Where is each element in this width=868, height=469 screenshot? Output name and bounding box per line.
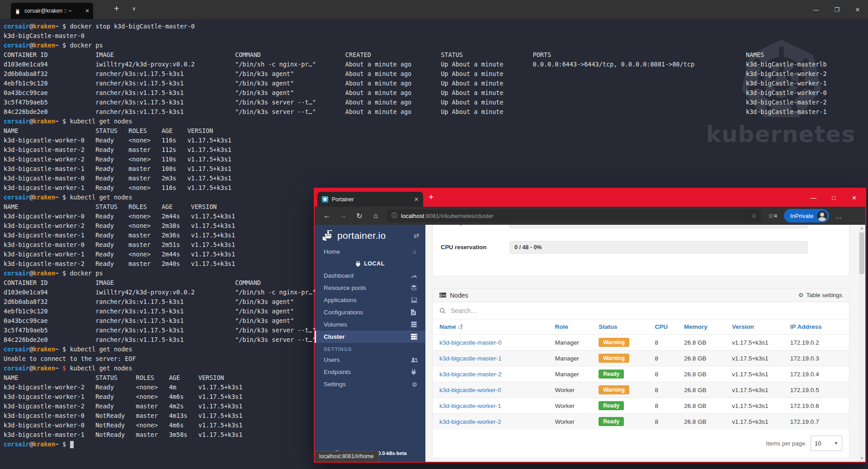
terminal-line: k3d-bigcastle-worker-1 Ready <none> 4m6s…	[4, 392, 827, 402]
terminal-line: d103e0e1ca94 iwilltry42/k3d-proxy:v0.0.2…	[4, 288, 827, 297]
terminal-line: k3d-bigcastle-worker-2 Ready <none> 110s…	[4, 155, 827, 164]
terminal-line: 84c226bde2e0 rancher/k3s:v1.17.5-k3s1 "/…	[4, 335, 827, 345]
terminal-line: CONTAINER ID IMAGE COMMAND	[4, 278, 827, 288]
terminal-line: k3d-bigcastle-worker-0 Ready <none> 2m44…	[4, 212, 827, 221]
terminal-new-tab-button[interactable]: +	[114, 4, 119, 14]
page-scrollbar[interactable]: ▲ ▼	[859, 225, 865, 462]
terminal-tab-title: corsair@kraken :: ~	[24, 8, 81, 14]
terminal-tab-dropdown-icon[interactable]: ∨	[132, 5, 136, 12]
terminal-line: 84c226bde2e0 rancher/k3s:v1.17.5-k3s1 "/…	[4, 107, 827, 117]
terminal-line: 2d6b0aba8f32 rancher/k3s:v1.17.5-k3s1 "/…	[4, 69, 827, 79]
terminal-line: corsair@kraken~ $	[4, 440, 827, 449]
terminal-line: k3d-bigcastle-master-1 Ready master 2m36…	[4, 231, 827, 240]
terminal-line: 2d6b0aba8f32 rancher/k3s:v1.17.5-k3s1 "/…	[4, 297, 827, 307]
terminal-line: 3c5f47b9aeb5 rancher/k3s:v1.17.5-k3s1 "/…	[4, 98, 827, 107]
terminal-line: 0a43bcc99cae rancher/k3s:v1.17.5-k3s1 "/…	[4, 316, 827, 326]
terminal-window-controls: — ❐ ✕	[806, 0, 868, 19]
terminal-line: corsair@kraken~ $ kubectl get nodes	[4, 364, 827, 373]
status-bar-link-preview: localhost:8081/#/home	[315, 451, 379, 462]
terminal-line: corsair@kraken~ $ docker ps	[4, 269, 827, 278]
terminal-titlebar: corsair@kraken :: ~ ✕ + ∨ — ❐ ✕	[0, 0, 868, 19]
terminal-line: NAME STATUS ROLES AGE VERSION	[4, 126, 827, 136]
terminal-line: k3d-bigcastle-worker-0 NotReady <none> 4…	[4, 421, 827, 430]
terminal-line: 4ebfb1c9c120 rancher/k3s:v1.17.5-k3s1 "/…	[4, 307, 827, 316]
scroll-down-icon[interactable]: ▼	[859, 455, 865, 462]
terminal-line: k3d-bigcastle-master-2 Ready master 112s…	[4, 145, 827, 155]
terminal-line: k3d-bigCastle-master-0	[4, 31, 827, 41]
terminal-line: k3d-bigcastle-master-0 Ready master 2m3s…	[4, 174, 827, 183]
terminal-line: 0a43bcc99cae rancher/k3s:v1.17.5-k3s1 "/…	[4, 88, 827, 98]
terminal-line: NAME STATUS ROLES AGE VERSION	[4, 202, 827, 212]
terminal-tab-close-icon[interactable]: ✕	[85, 8, 90, 14]
terminal-line: k3d-bigcastle-master-2 Ready master 2m40…	[4, 259, 827, 269]
terminal-line: k3d-bigcastle-worker-1 Ready <none> 2m44…	[4, 250, 827, 259]
terminal-line: k3d-bigcastle-master-1 NotReady master 3…	[4, 430, 827, 440]
terminal-line: Unable to connect to the server: EOF	[4, 354, 827, 364]
terminal-close-button[interactable]: ✕	[847, 0, 868, 19]
terminal-cursor	[70, 441, 74, 448]
terminal-line: d103e0e1ca94 iwilltry42/k3d-proxy:v0.0.2…	[4, 60, 827, 69]
terminal-body[interactable]: kubernetes corsair@kraken~ $ docker stop…	[0, 19, 868, 469]
terminal-line: 3c5f47b9aeb5 rancher/k3s:v1.17.5-k3s1 "/…	[4, 326, 827, 335]
terminal-minimize-button[interactable]: —	[806, 0, 826, 19]
terminal-line: k3d-bigcastle-master-0 NotReady master 4…	[4, 411, 827, 421]
browser-close-button[interactable]: ✕	[844, 189, 864, 207]
terminal-line: k3d-bigcastle-worker-1 Ready <none> 116s…	[4, 183, 827, 193]
terminal-line: corsair@kraken~ $ kubectl get nodes	[4, 117, 827, 126]
terminal-line: k3d-bigcastle-worker-2 Ready <none> 2m38…	[4, 221, 827, 231]
browser-maximize-button[interactable]: □	[824, 189, 844, 207]
scroll-up-icon[interactable]: ▲	[859, 225, 865, 232]
terminal-line: CONTAINER ID IMAGE COMMAND CREATED STATU…	[4, 50, 827, 60]
terminal-restore-button[interactable]: ❐	[826, 0, 847, 19]
terminal-line: 4ebfb1c9c120 rancher/k3s:v1.17.5-k3s1 "/…	[4, 79, 827, 88]
screen: corsair@kraken :: ~ ✕ + ∨ — ❐ ✕	[0, 0, 868, 469]
terminal-line: k3d-bigcastle-worker-0 Ready <none> 116s…	[4, 136, 827, 145]
terminal-window: corsair@kraken :: ~ ✕ + ∨ — ❐ ✕	[0, 0, 868, 469]
browser-menu-icon[interactable]: …	[832, 212, 845, 220]
terminal-line: k3d-bigcastle-worker-2 Ready <none> 4m v…	[4, 383, 827, 392]
terminal-line: k3d-bigcastle-master-0 Ready master 2m51…	[4, 240, 827, 250]
terminal-tab[interactable]: corsair@kraken :: ~ ✕	[11, 3, 93, 19]
terminal-line: corsair@kraken~ $ docker stop k3d-bigCas…	[4, 22, 827, 31]
terminal-line: k3d-bigcastle-master-2 Ready master 4m2s…	[4, 402, 827, 411]
terminal-line: k3d-bigcastle-master-1 Ready master 108s…	[4, 164, 827, 174]
terminal-output: corsair@kraken~ $ docker stop k3d-bigCas…	[4, 22, 827, 449]
scrollbar-thumb[interactable]	[859, 232, 864, 274]
chevron-down-icon: ▼	[834, 441, 838, 445]
terminal-line: corsair@kraken~ $ docker ps	[4, 41, 827, 50]
terminal-line: corsair@kraken~ $ kubectl get nodes	[4, 193, 827, 202]
terminal-line: corsair@kraken~ $ kubectl get nodes	[4, 345, 827, 354]
tux-icon	[14, 7, 21, 14]
terminal-line: NAME STATUS ROLES AGE VERSION	[4, 373, 827, 383]
